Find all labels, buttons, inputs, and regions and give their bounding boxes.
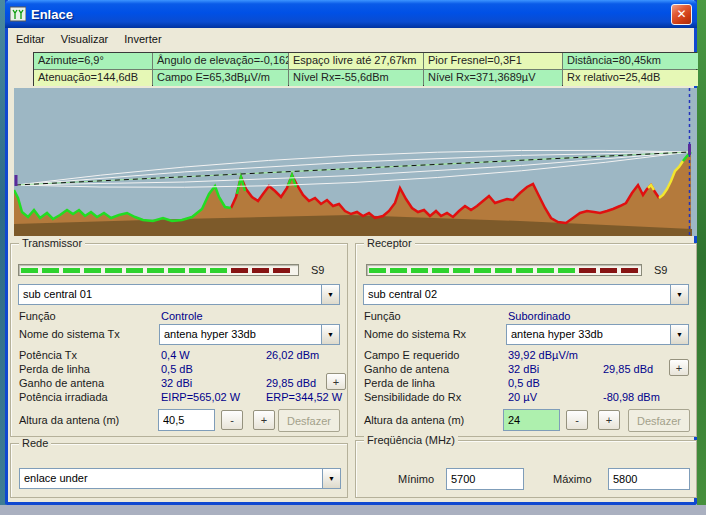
rx-campo-value: 39,92 dBµV/m [508, 349, 578, 361]
meter-dash [126, 268, 143, 273]
status-nivel-rx-dbm: Nível Rx=-55,6dBm [289, 70, 423, 86]
rx-campo-label: Campo E requerido [364, 349, 459, 361]
enlace-window: Enlace ✕ Editar Visualizar Inverter Azim… [5, 0, 697, 505]
rx-smeter-label: S9 [654, 264, 667, 276]
tx-smeter-label: S9 [311, 264, 324, 276]
status-azimute: Azimute=6,9° [34, 53, 152, 69]
tx-sistema-combo-arrow-icon[interactable]: ▼ [321, 325, 339, 344]
tx-signal-meter [18, 264, 299, 276]
rx-desfazer-button[interactable]: Desfazer [628, 409, 690, 432]
status-espaco-livre: Espaço livre até 27,67km [289, 53, 423, 69]
meter-dash [579, 268, 596, 273]
freq-max-input[interactable] [608, 468, 690, 490]
menu-bar: Editar Visualizar Inverter [8, 28, 694, 49]
freq-max-label: Máximo [553, 473, 592, 485]
terrain-profile-chart[interactable] [14, 88, 697, 236]
tx-ganho-label: Ganho de antena [19, 377, 104, 389]
frequencia-group-title: Freqüência (MHz) [364, 434, 458, 446]
meter-dash [168, 268, 185, 273]
link-status-grid: Azimute=6,9° Ângulo de elevação=-0,162° … [33, 52, 697, 86]
tx-potencia-label: Potência Tx [19, 349, 77, 361]
meter-dash [537, 268, 554, 273]
meter-dash [474, 268, 491, 273]
tx-erp-value: ERP=344,52 W [266, 391, 342, 403]
title-bar[interactable]: Enlace ✕ [5, 0, 697, 28]
freq-min-input[interactable] [446, 468, 524, 490]
tx-unit-combo-arrow-icon[interactable]: ▼ [321, 285, 339, 304]
rx-altura-label: Altura da antena (m) [364, 414, 464, 426]
rx-sistema-label: Nome do sistema Rx [364, 328, 466, 340]
tx-altura-input[interactable] [158, 409, 215, 431]
tx-funcao-label: Função [19, 310, 56, 322]
menu-editar[interactable]: Editar [8, 31, 53, 47]
tx-funcao-value: Controle [161, 310, 203, 322]
meter-dash [558, 268, 575, 273]
tx-antenna-marker [15, 175, 18, 186]
tx-perda-value: 0,5 dB [161, 363, 193, 375]
app-icon [10, 6, 26, 22]
tx-ganho-dbi: 32 dBi [161, 377, 192, 389]
transmissor-group-title: Transmissor [19, 237, 85, 249]
tx-unit-combobox[interactable]: sub central 01 ▼ [18, 284, 340, 305]
rx-perda-label: Perda de linha [364, 377, 435, 389]
menu-visualizar[interactable]: Visualizar [53, 31, 117, 47]
rx-ganho-plus-button[interactable]: + [669, 359, 689, 376]
tx-altura-plus-button[interactable]: + [253, 410, 275, 430]
rede-combo-arrow-icon[interactable]: ▼ [322, 469, 340, 488]
rx-funcao-label: Função [364, 310, 401, 322]
status-rx-relativo: Rx relativo=25,4dB [563, 70, 698, 86]
rx-sistema-combo-arrow-icon[interactable]: ▼ [670, 325, 688, 344]
meter-dash [42, 268, 59, 273]
meter-dash [432, 268, 449, 273]
status-atenuacao: Atenuação=144,6dB [34, 70, 152, 86]
tx-ganho-plus-button[interactable]: + [326, 373, 346, 390]
tx-ganho-dbd: 29,85 dBd [266, 377, 316, 389]
rx-sensibilidade-label: Sensibilidade do Rx [364, 391, 461, 403]
rx-ganho-dbi: 32 dBi [508, 363, 539, 375]
rx-unit-combo-arrow-icon[interactable]: ▼ [670, 285, 688, 304]
status-campo-e: Campo E=65,3dBµV/m [153, 70, 288, 86]
rx-altura-minus-button[interactable]: - [566, 410, 588, 430]
rx-antenna-marker [688, 144, 691, 155]
desktop-background-bottom [0, 505, 706, 515]
transmissor-group: Transmissor S9 sub central 01 ▼ Função C… [10, 243, 348, 437]
meter-dash [21, 268, 38, 273]
meter-dash [231, 268, 248, 273]
tx-sistema-combobox[interactable]: antena hyper 33db ▼ [159, 324, 340, 345]
meter-dash [252, 268, 269, 273]
window-title: Enlace [31, 7, 671, 22]
rx-funcao-value: Subordinado [508, 310, 570, 322]
meter-dash [273, 268, 290, 273]
tx-irradiada-label: Potência irradiada [19, 391, 108, 403]
meter-dash [621, 268, 638, 273]
desktop-background-right [697, 0, 706, 515]
meter-dash [147, 268, 164, 273]
close-button[interactable]: ✕ [671, 4, 692, 25]
frequencia-group: Freqüência (MHz) Mínimo Máximo [355, 440, 697, 498]
rede-combobox[interactable]: enlace under ▼ [19, 468, 341, 489]
meter-dash [369, 268, 386, 273]
tx-eirp-value: EIRP=565,02 W [161, 391, 240, 403]
rede-group: Rede enlace under ▼ [10, 443, 348, 498]
rx-sistema-combobox[interactable]: antena hyper 33db ▼ [506, 324, 689, 345]
rx-altura-plus-button[interactable]: + [598, 410, 620, 430]
meter-dash [105, 268, 122, 273]
rx-perda-value: 0,5 dB [508, 377, 540, 389]
rx-sensibilidade-uv: 20 µV [508, 391, 537, 403]
rx-altura-input[interactable] [503, 409, 560, 431]
tx-desfazer-button[interactable]: Desfazer [278, 409, 340, 432]
rx-ganho-dbd: 29,85 dBd [603, 363, 653, 375]
meter-dash [453, 268, 470, 273]
meter-dash [411, 268, 428, 273]
rx-unit-combobox[interactable]: sub central 02 ▼ [363, 284, 689, 305]
meter-dash [390, 268, 407, 273]
status-angulo: Ângulo de elevação=-0,162° [153, 53, 288, 69]
meter-dash [189, 268, 206, 273]
tx-sistema-label: Nome do sistema Tx [19, 328, 120, 340]
tx-altura-minus-button[interactable]: - [221, 410, 243, 430]
tx-altura-label: Altura da antena (m) [19, 414, 119, 426]
tx-potencia-w: 0,4 W [161, 349, 190, 361]
meter-dash [63, 268, 80, 273]
client-area: Editar Visualizar Inverter Azimute=6,9° … [8, 28, 694, 499]
menu-inverter[interactable]: Inverter [116, 31, 169, 47]
